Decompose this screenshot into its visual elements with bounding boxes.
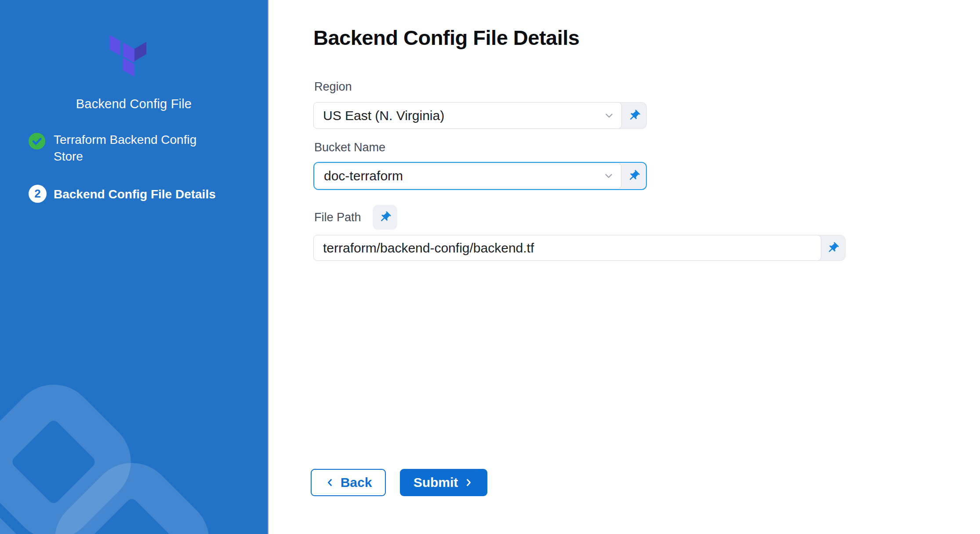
step-label: Terraform Backend Config Store (54, 132, 221, 165)
submit-button-label: Submit (414, 475, 458, 490)
file-path-label: File Path (314, 205, 361, 230)
region-selected-value: US East (N. Virginia) (323, 108, 444, 123)
chevron-right-icon (463, 477, 474, 488)
check-icon (29, 133, 45, 150)
chevron-left-icon (325, 477, 335, 488)
bucket-name-label: Bucket Name (314, 141, 385, 154)
pin-icon (826, 241, 839, 255)
region-select[interactable]: US East (N. Virginia) (313, 102, 622, 129)
bucket-name-select-group: doc-terraform (313, 162, 647, 190)
back-button-label: Back (341, 475, 372, 490)
chevron-down-icon (603, 170, 614, 182)
file-path-label-row: File Path (314, 205, 361, 230)
pin-icon (627, 169, 640, 183)
sidebar-title: Backend Config File (0, 97, 268, 111)
terraform-logo-icon (109, 35, 147, 77)
pin-icon (378, 211, 392, 224)
region-label: Region (314, 80, 352, 94)
step-number-badge: 2 (29, 185, 47, 203)
file-path-input-group (313, 235, 846, 261)
back-button[interactable]: Back (311, 469, 386, 496)
step-complete-badge (29, 133, 45, 150)
bucket-name-pin-button[interactable] (621, 163, 646, 189)
wizard-sidebar: Backend Config File Terraform Backend Co… (0, 0, 269, 534)
pin-icon (628, 109, 641, 122)
watermark-logo (0, 0, 268, 534)
file-path-label-pin-button[interactable] (373, 205, 397, 230)
wizard-window: Backend Config File Terraform Backend Co… (0, 0, 980, 534)
step-label: Backend Config File Details (54, 186, 256, 203)
file-path-input[interactable] (313, 235, 821, 261)
page-title: Backend Config File Details (313, 26, 579, 50)
region-select-group: US East (N. Virginia) (313, 102, 647, 129)
region-pin-button[interactable] (622, 102, 646, 128)
bucket-name-selected-value: doc-terraform (324, 168, 403, 183)
file-path-pin-button[interactable] (820, 235, 845, 260)
chevron-down-icon (603, 110, 615, 121)
bucket-name-select[interactable]: doc-terraform (314, 163, 621, 189)
submit-button[interactable]: Submit (400, 469, 487, 496)
